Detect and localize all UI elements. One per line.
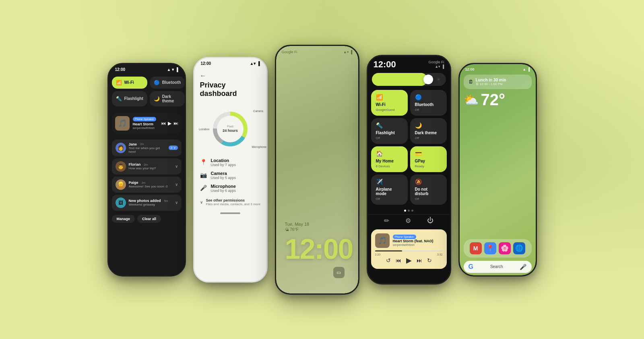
toggle-wifi[interactable]: 📶 Wi-Fi bbox=[112, 77, 147, 89]
phone1-time: 12:00 bbox=[115, 67, 126, 72]
phone-home: 12:00 ▲ ▐ 🗓 Lunch in 30 min 🗓 12:30 - 1:… bbox=[458, 63, 537, 277]
home-time: 12:00 bbox=[465, 67, 475, 71]
qs-play-icon[interactable]: ▶ bbox=[406, 256, 412, 265]
privacy-camera[interactable]: 📷 Camera Used by 5 apps bbox=[200, 171, 261, 180]
google-g-icon: G bbox=[469, 263, 473, 270]
notif-florian[interactable]: 👨 Florian · 2m How was your trip? ∨ bbox=[112, 158, 182, 175]
qs-tile-my-home[interactable]: 🏠 My Home 6 Devices bbox=[371, 146, 408, 172]
paige-content: Paige · 2m Awesome! See you soon :0 bbox=[129, 181, 172, 188]
notif-jane[interactable]: 👩 Jane · 2m Text me when you get here! 2… bbox=[112, 139, 182, 156]
qs-settings-icon[interactable]: ⚙ bbox=[405, 217, 411, 225]
clock-time: 12:00 bbox=[279, 233, 355, 266]
home-indicator bbox=[220, 212, 240, 214]
maps-icon[interactable]: 📍 bbox=[484, 242, 496, 254]
qs-tile-wifi[interactable]: 📶 Wi-Fi GoogleGuest bbox=[371, 90, 408, 116]
toggle-flashlight[interactable]: 🔦 Flashlight bbox=[112, 91, 147, 106]
music-thumbnail: 🎵 bbox=[115, 116, 130, 131]
qs-music-controls: ↺ ⏮ ▶ ⏭ ↻ bbox=[375, 256, 443, 265]
qs-next-icon[interactable]: ⏭ bbox=[417, 257, 422, 264]
music-controls[interactable]: ⏮ ▶ ⏭ bbox=[161, 121, 178, 126]
clear-all-button[interactable]: Clear all bbox=[137, 215, 161, 223]
chart-label-location: Location bbox=[199, 127, 209, 130]
photos-time: · 5m bbox=[163, 200, 168, 202]
qs-music-info: Phone Speaker Heart Storm (feat. NAO) se… bbox=[393, 235, 443, 247]
home-signal-icon: ▲ bbox=[522, 67, 526, 71]
chrome-icon[interactable]: 🌐 bbox=[513, 242, 525, 254]
qs-gpay-title: GPay bbox=[415, 159, 442, 163]
qs-music-fill bbox=[375, 250, 402, 252]
svg-text:Past: Past bbox=[227, 125, 234, 128]
phone-quick-settings: 12:00 Google Fi ▲▾ ▐ ☀ bbox=[367, 55, 451, 285]
jane-content: Jane · 2m Text me when you get here! bbox=[129, 142, 166, 154]
qs-replay-icon[interactable]: ↺ bbox=[386, 257, 391, 264]
privacy-microphone[interactable]: 🎤 Microphone Used by 6 apps bbox=[200, 184, 261, 193]
music-info: Phone Speaker Heart Storm serpentwithfee… bbox=[133, 117, 158, 130]
search-mic-icon[interactable]: 🎤 bbox=[520, 264, 526, 270]
paige-name: Paige bbox=[129, 181, 138, 185]
notifications-list: 👩 Jane · 2m Text me when you get here! 2… bbox=[109, 137, 185, 213]
qs-edit-icon[interactable]: ✏ bbox=[384, 217, 389, 225]
qs-power-icon[interactable]: ⏻ bbox=[427, 217, 433, 225]
paige-message: Awesome! See you soon :0 bbox=[129, 185, 172, 188]
music-title: Heart Storm bbox=[133, 122, 158, 126]
qs-tile-gpay[interactable]: 💳 GPay Ready bbox=[410, 146, 447, 172]
svg-text:24 hours: 24 hours bbox=[223, 129, 238, 133]
next-icon[interactable]: ⏭ bbox=[173, 121, 178, 126]
brightness-thumb[interactable] bbox=[423, 75, 433, 84]
qs-dnd-icon: 🔕 bbox=[415, 179, 442, 185]
home-battery-icon: ▐ bbox=[527, 67, 530, 71]
qs-music-progress-bar[interactable] bbox=[375, 250, 443, 252]
chart-label-camera: Camera bbox=[253, 110, 263, 112]
qs-tile-flashlight[interactable]: 🔦 Flashlight Off bbox=[371, 118, 408, 144]
prev-icon[interactable]: ⏮ bbox=[161, 121, 166, 126]
phone-clock: Google Fi ▲▾ ▐ Tue, May 18 🌤 76°F 12:00 … bbox=[275, 45, 359, 295]
phone1-quick-toggles: 📶 Wi-Fi 🔵 Bluetooth 🔦 Flashlight 🌙 Dark … bbox=[109, 73, 185, 110]
play-icon[interactable]: ▶ bbox=[168, 121, 171, 126]
see-other-permissions[interactable]: ∨ See other permissions Files and media,… bbox=[194, 195, 266, 209]
jane-message: Text me when you get here! bbox=[129, 146, 166, 154]
qs-dark-theme-title: Dark theme bbox=[415, 131, 442, 135]
toggle-dark-theme[interactable]: 🌙 Dark theme bbox=[150, 91, 185, 106]
phone2-status-bar: 12:00 ▲▾ ▐ bbox=[194, 58, 266, 67]
qs-dot-3 bbox=[411, 210, 413, 212]
phone-privacy: 12:00 ▲▾ ▐ ← Privacy dashboard Location … bbox=[193, 57, 268, 283]
manage-button[interactable]: Manage bbox=[112, 215, 135, 223]
privacy-location[interactable]: 📍 Location Used by 7 apps bbox=[200, 158, 261, 167]
recent-apps-button[interactable]: ▭ bbox=[333, 267, 345, 278]
search-text: Search bbox=[490, 264, 503, 269]
qs-dot-1 bbox=[404, 210, 406, 212]
microphone-sub: Used by 6 apps bbox=[211, 189, 236, 193]
home-dock: M 📍 🌸 🌐 bbox=[464, 239, 532, 258]
chevron-down-icon: ∨ bbox=[200, 200, 203, 204]
qs-airplane-title: Airplane mode bbox=[376, 187, 403, 196]
brightness-track[interactable]: ☀ bbox=[372, 73, 446, 86]
home-calendar-widget[interactable]: 🗓 Lunch in 30 min 🗓 12:30 - 1:00 PM bbox=[464, 75, 532, 89]
qs-tile-dark-theme[interactable]: 🌙 Dark theme Off bbox=[410, 118, 447, 144]
qs-tile-bluetooth[interactable]: 🔵 Bluetooth Off bbox=[410, 90, 447, 116]
qs-music-artist: serpentwithfeet bbox=[393, 243, 443, 247]
clock-date: Tue, May 18 bbox=[279, 222, 355, 227]
back-button[interactable]: ← bbox=[200, 72, 261, 79]
notif-photos[interactable]: 🖼 New photos added · 5m Weekend getaway … bbox=[112, 195, 182, 211]
qs-forward-icon[interactable]: ↻ bbox=[427, 257, 432, 264]
qs-prev-icon[interactable]: ⏮ bbox=[396, 257, 401, 264]
weather-icon: ⛅ bbox=[464, 93, 479, 107]
qs-tile-dnd[interactable]: 🔕 Do not disturb Off bbox=[410, 175, 447, 205]
clock-content: Tue, May 18 🌤 76°F 12:00 bbox=[279, 55, 355, 290]
phone2-screen: 12:00 ▲▾ ▐ ← Privacy dashboard Location … bbox=[194, 58, 266, 281]
qs-right: Google Fi ▲▾ ▐ bbox=[428, 60, 444, 69]
florian-name: Florian bbox=[129, 162, 141, 166]
wifi-icon: 📶 bbox=[116, 80, 122, 85]
home-weather-widget: ⛅ 72° bbox=[464, 91, 532, 109]
photos-avatar: 🖼 bbox=[116, 198, 126, 208]
qs-home-title: My Home bbox=[376, 159, 403, 163]
qs-network: Google Fi bbox=[428, 60, 444, 64]
qs-tile-airplane[interactable]: ✈️ Airplane mode Off bbox=[371, 175, 408, 205]
gmail-icon[interactable]: M bbox=[470, 242, 482, 254]
qs-music-times: 2:20 3:32 bbox=[375, 253, 443, 256]
toggle-bluetooth[interactable]: 🔵 Bluetooth bbox=[150, 77, 185, 89]
photos-icon[interactable]: 🌸 bbox=[499, 242, 511, 254]
microphone-icon: 🎤 bbox=[200, 185, 207, 191]
notif-paige[interactable]: 👱 Paige · 2m Awesome! See you soon :0 ∨ bbox=[112, 177, 182, 193]
home-search-bar[interactable]: G Search 🎤 bbox=[464, 261, 532, 273]
